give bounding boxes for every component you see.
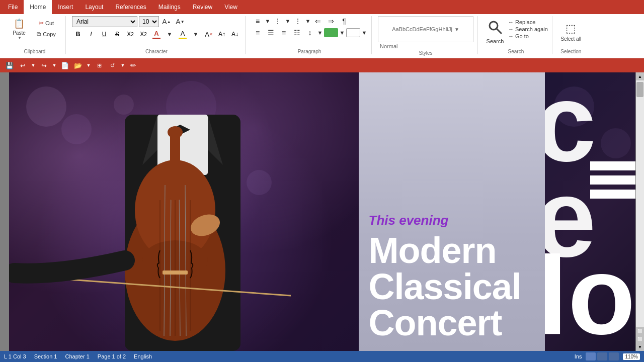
increase-indent-button[interactable]: A↑ xyxy=(216,29,228,40)
subscript-button[interactable]: X2 xyxy=(124,29,136,40)
replace-button[interactable]: ↔ Replace xyxy=(508,19,548,25)
qa-save-button[interactable]: 💾 xyxy=(4,60,15,71)
highlight-button[interactable]: A xyxy=(177,29,189,40)
styles-preview-box[interactable]: AaBbCcDdEeFfGgHhIiJj ▼ xyxy=(378,16,473,42)
paragraph-border[interactable] xyxy=(346,28,360,37)
decrease-indent-button[interactable]: A↓ xyxy=(229,29,241,40)
qa-redo-button[interactable]: ↪ xyxy=(38,60,49,71)
tab-home[interactable]: Home xyxy=(24,0,52,14)
search-again-button[interactable]: → Search again xyxy=(508,26,548,32)
align-left-button[interactable]: ≡ xyxy=(252,28,264,38)
selection-label: Selection xyxy=(560,48,581,54)
svg-point-17 xyxy=(168,126,183,138)
align-center-button[interactable]: ☰ xyxy=(265,28,277,38)
bold-button[interactable]: B xyxy=(72,29,84,40)
text-color-indicator xyxy=(152,38,160,39)
ordered-list-dropdown[interactable]: ▼ xyxy=(285,16,291,26)
clear-format-button[interactable]: A✕ xyxy=(203,29,215,40)
multi-list-dropdown[interactable]: ▼ xyxy=(305,16,311,26)
font-row2: B I U S X2 X2 A ▼ A ▼ A✕ xyxy=(72,29,241,40)
side-text-section: c e lo xyxy=(545,72,635,351)
qa-extra-dropdown[interactable]: ▼ xyxy=(120,60,126,71)
view-mode-3[interactable] xyxy=(609,352,619,360)
paragraph-highlight[interactable] xyxy=(324,28,338,37)
justify-button[interactable]: ☷ xyxy=(291,28,303,38)
view-mode-1[interactable] xyxy=(586,352,596,360)
white-bars-container xyxy=(590,161,635,199)
ordered-list-button[interactable]: ⋮ xyxy=(272,16,284,26)
line-spacing-button[interactable]: ↕ xyxy=(304,28,316,38)
view-mode-2[interactable] xyxy=(597,352,607,360)
scroll-split-button2[interactable]: ⬜ xyxy=(636,335,644,343)
font-name-select[interactable]: Arial xyxy=(72,16,137,27)
qa-open-button[interactable]: 📂 xyxy=(72,60,84,71)
italic-button[interactable]: I xyxy=(85,29,97,40)
status-language: English xyxy=(134,353,152,359)
select-all-button[interactable]: ⬚ Select all xyxy=(558,19,584,45)
cut-button[interactable]: ✂ Cut xyxy=(31,18,61,28)
shrink-font-button[interactable]: A▼ xyxy=(174,17,186,27)
concert-title: Modern Classical Concert xyxy=(369,232,535,341)
scroll-down-button[interactable]: ▼ xyxy=(636,343,644,351)
scroll-split-button[interactable]: ⬜ xyxy=(636,327,644,335)
border-dropdown[interactable]: ▼ xyxy=(361,28,367,38)
zoom-level[interactable]: 110% xyxy=(623,353,640,360)
styles-preview-text: AaBbCcDdEeFfGgHhIiJj xyxy=(392,26,452,32)
goto-button[interactable]: → Go to xyxy=(508,33,548,39)
character-label: Character xyxy=(145,48,168,54)
grow-font-button[interactable]: A▲ xyxy=(160,17,173,27)
qa-extra-button1[interactable]: ⊞ xyxy=(94,60,105,71)
tab-review[interactable]: Review xyxy=(187,0,218,14)
vertical-scrollbar[interactable]: ▲ ⬜ ⬜ ▼ xyxy=(636,72,644,351)
tab-file[interactable]: File xyxy=(2,0,24,14)
line-spacing-dropdown[interactable]: ▼ xyxy=(317,28,323,38)
qa-redo-dropdown[interactable]: ▼ xyxy=(51,60,57,71)
text-color-dropdown[interactable]: ▼ xyxy=(164,29,176,39)
clipboard-group: 📋 Paste ▼ ✂ Cut ⧉ Copy Clipboard xyxy=(4,16,66,54)
unordered-list-dropdown[interactable]: ▼ xyxy=(265,16,271,26)
tab-references[interactable]: References xyxy=(109,0,152,14)
status-chapter: Chapter 1 xyxy=(65,353,90,359)
multi-list-button[interactable]: ⋮ xyxy=(292,16,304,26)
decrease-list-button[interactable]: ⇐ xyxy=(312,16,324,26)
qa-undo-button[interactable]: ↩ xyxy=(17,60,28,71)
pilcrow-button[interactable]: ¶ xyxy=(338,16,350,26)
scroll-up-button[interactable]: ▲ xyxy=(636,72,644,80)
tab-view[interactable]: View xyxy=(218,0,244,14)
white-bar-1 xyxy=(590,161,635,170)
white-bar-2 xyxy=(590,175,635,185)
scroll-thumb[interactable] xyxy=(636,82,643,97)
qa-new-button[interactable]: 📄 xyxy=(59,60,70,71)
status-position: L 1 Col 3 xyxy=(4,353,26,359)
strikethrough-button[interactable]: S xyxy=(111,29,123,40)
font-size-select[interactable]: 10 xyxy=(139,16,159,27)
highlight-dropdown[interactable]: ▼ xyxy=(190,29,202,39)
search-large-button[interactable] xyxy=(484,16,506,38)
selection-group: ⬚ Select all Selection xyxy=(554,16,588,54)
search-group: Search ↔ Replace → Search again → Go to … xyxy=(480,16,552,54)
underline-button[interactable]: U xyxy=(98,29,110,40)
increase-list-button[interactable]: ⇒ xyxy=(325,16,337,26)
search-icon xyxy=(487,19,503,35)
qa-draw-button[interactable]: ✏ xyxy=(128,60,139,71)
qa-open-dropdown[interactable]: ▼ xyxy=(86,60,92,71)
status-right-section: Ins 110% xyxy=(575,352,640,360)
align-right-button[interactable]: ≡ xyxy=(278,28,290,38)
tab-insert[interactable]: Insert xyxy=(52,0,79,14)
text-color-button[interactable]: A xyxy=(150,29,163,40)
tab-mailings[interactable]: Mailings xyxy=(152,0,187,14)
unordered-list-button[interactable]: ≡ xyxy=(252,16,264,26)
qa-extra-button2[interactable]: ↺ xyxy=(107,60,118,71)
status-bar: L 1 Col 3 Section 1 Chapter 1 Page 1 of … xyxy=(0,351,644,362)
highlight-icon: A xyxy=(181,30,185,37)
goto-icon: → xyxy=(508,33,514,39)
qa-undo-dropdown[interactable]: ▼ xyxy=(30,60,36,71)
superscript-button[interactable]: X2 xyxy=(137,29,149,40)
scroll-track[interactable] xyxy=(636,80,644,327)
side-bokeh-2 xyxy=(601,128,631,158)
tab-layout[interactable]: Layout xyxy=(79,0,109,14)
highlight-para-dropdown[interactable]: ▼ xyxy=(339,28,345,38)
white-bar-3 xyxy=(590,190,635,199)
paste-button[interactable]: 📋 Paste ▼ xyxy=(8,16,30,42)
copy-button[interactable]: ⧉ Copy xyxy=(31,29,61,39)
